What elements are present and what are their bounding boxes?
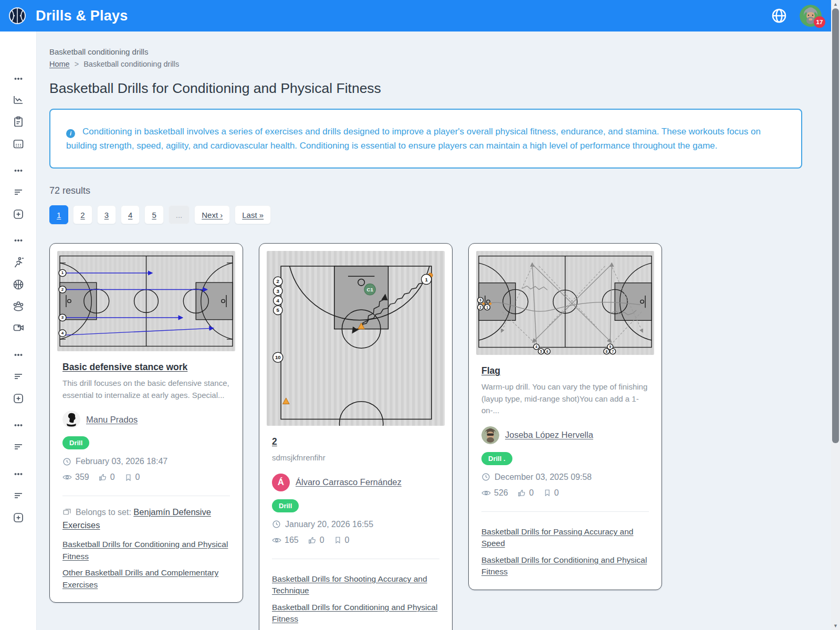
court-diagram-full-court[interactable]: 321456987 bbox=[476, 251, 654, 355]
ellipsis-icon[interactable] bbox=[11, 418, 26, 433]
app-header: Drills & Plays 17 bbox=[0, 0, 831, 32]
user-avatar[interactable]: 17 bbox=[800, 5, 822, 27]
set-icon bbox=[62, 508, 71, 517]
category-link[interactable]: Other Basketball Drills and Complementar… bbox=[62, 567, 230, 591]
drill-description: sdmsjkfnrenfihr bbox=[272, 452, 439, 464]
ellipsis-icon[interactable] bbox=[11, 163, 26, 178]
author-name-link[interactable]: Joseba López Hervella bbox=[505, 430, 593, 440]
svg-text:4: 4 bbox=[277, 298, 280, 303]
page-button-5[interactable]: 5 bbox=[144, 205, 163, 224]
category-link[interactable]: Basketball Drills for Passing Accuracy a… bbox=[481, 526, 649, 550]
scroll-down-arrow[interactable]: ▼ bbox=[831, 622, 840, 630]
breadcrumb-separator: > bbox=[75, 60, 79, 68]
sidebar bbox=[0, 32, 37, 630]
drill-type-badge: Drill . bbox=[481, 452, 512, 465]
line-chart-icon[interactable] bbox=[11, 93, 26, 108]
author-name-link[interactable]: Manu Prados bbox=[86, 415, 138, 425]
bookmarks-count: 0 bbox=[345, 536, 350, 545]
views-icon bbox=[272, 536, 281, 545]
category-link[interactable]: Basketball Drills for Shooting Accuracy … bbox=[272, 573, 439, 597]
author-avatar[interactable]: Á bbox=[272, 474, 290, 491]
main-content: Basketball conditioning drills Home > Ba… bbox=[37, 32, 831, 630]
views-count: 165 bbox=[285, 536, 299, 545]
ellipsis-icon[interactable] bbox=[11, 467, 26, 481]
likes-icon bbox=[518, 489, 526, 497]
basketball-logo-icon[interactable] bbox=[7, 6, 27, 26]
team-icon[interactable] bbox=[11, 299, 26, 313]
list-icon[interactable] bbox=[11, 439, 26, 454]
last-page-button[interactable]: Last » bbox=[235, 205, 271, 224]
info-box: iConditioning in basketball involves a s… bbox=[49, 109, 802, 169]
clock-icon bbox=[62, 457, 71, 466]
drill-title-link[interactable]: 2 bbox=[272, 436, 277, 447]
plus-square-icon[interactable] bbox=[11, 510, 26, 525]
svg-text:2: 2 bbox=[277, 279, 279, 285]
globe-icon[interactable] bbox=[770, 7, 788, 25]
drill-description: Warm-up drill. You can vary the type of … bbox=[481, 381, 649, 417]
likes-icon bbox=[99, 473, 107, 481]
svg-text:3: 3 bbox=[61, 316, 64, 320]
video-camera-icon[interactable] bbox=[11, 320, 26, 335]
drill-type-badge: Drill bbox=[272, 499, 299, 512]
svg-text:3: 3 bbox=[277, 288, 280, 294]
svg-text:10: 10 bbox=[275, 355, 281, 361]
list-icon[interactable] bbox=[11, 185, 26, 200]
drill-type-badge: Drill bbox=[62, 436, 89, 449]
list-icon[interactable] bbox=[11, 488, 26, 503]
breadcrumb-home-link[interactable]: Home bbox=[49, 60, 70, 68]
views-icon bbox=[62, 472, 72, 482]
publish-date: December 03, 2025 09:58 bbox=[495, 472, 592, 482]
drill-title-link[interactable]: Basic defensive stance work bbox=[62, 362, 187, 373]
author-avatar[interactable] bbox=[481, 426, 499, 444]
scroll-up-arrow[interactable]: ▲ bbox=[831, 0, 840, 8]
views-count: 359 bbox=[75, 472, 89, 482]
page-button-4[interactable]: 4 bbox=[121, 205, 140, 224]
vertical-scrollbar[interactable]: ▲ ▼ bbox=[831, 0, 840, 630]
svg-text:5: 5 bbox=[540, 350, 542, 353]
author-avatar[interactable] bbox=[62, 411, 80, 428]
svg-text:1: 1 bbox=[486, 306, 488, 309]
category-link[interactable]: Basketball Drills for Conditioning and P… bbox=[272, 602, 439, 625]
ellipsis-icon[interactable] bbox=[11, 71, 26, 86]
svg-text:6: 6 bbox=[547, 350, 549, 353]
category-link[interactable]: Basketball Drills for Conditioning and P… bbox=[62, 539, 230, 562]
list-icon[interactable] bbox=[11, 369, 26, 384]
running-player-icon[interactable] bbox=[11, 255, 26, 270]
pagination: 1 2 3 4 5 ... Next › Last » bbox=[49, 205, 831, 224]
plus-square-icon[interactable] bbox=[11, 207, 26, 222]
court-diagram-full-court[interactable]: 1234 bbox=[57, 251, 235, 351]
bookmark-icon bbox=[334, 536, 342, 544]
svg-text:8: 8 bbox=[605, 350, 607, 353]
svg-text:4: 4 bbox=[536, 345, 538, 349]
bookmarks-count: 0 bbox=[135, 472, 140, 482]
clipboard-icon[interactable] bbox=[11, 114, 26, 129]
set-label: Belongs to set: bbox=[76, 508, 131, 517]
page-button-3[interactable]: 3 bbox=[97, 205, 116, 224]
ellipsis-icon[interactable] bbox=[11, 348, 26, 362]
svg-text:C1: C1 bbox=[366, 287, 373, 292]
drill-title-link[interactable]: Flag bbox=[481, 365, 500, 376]
svg-text:4: 4 bbox=[61, 331, 64, 336]
next-page-button[interactable]: Next › bbox=[194, 205, 230, 224]
likes-count: 0 bbox=[529, 488, 534, 498]
section-label: Basketball conditioning drills bbox=[49, 47, 831, 56]
author-initial: Á bbox=[278, 477, 284, 488]
plus-square-icon[interactable] bbox=[11, 391, 26, 406]
scrollbar-thumb[interactable] bbox=[832, 8, 839, 443]
basketball-icon[interactable] bbox=[11, 277, 26, 292]
likes-icon bbox=[308, 536, 317, 544]
ellipsis-icon[interactable] bbox=[11, 233, 26, 248]
page-button-1[interactable]: 1 bbox=[49, 205, 68, 224]
author-name-link[interactable]: Álvaro Carrasco Fernández bbox=[296, 477, 402, 487]
page-button-2[interactable]: 2 bbox=[73, 205, 92, 224]
clock-icon bbox=[272, 520, 281, 529]
calendar-icon[interactable] bbox=[11, 136, 26, 151]
category-link[interactable]: Basketball Drills for Conditioning and P… bbox=[481, 554, 649, 578]
info-text: Conditioning in basketball involves a se… bbox=[66, 127, 761, 151]
likes-count: 0 bbox=[320, 536, 324, 545]
page-title: Basketball Drills for Conditioning and P… bbox=[49, 80, 831, 97]
court-diagram-half-court[interactable]: 2345101C1 bbox=[267, 251, 445, 426]
app-title: Drills & Plays bbox=[36, 8, 128, 24]
clock-icon bbox=[481, 472, 490, 481]
drill-card: 321456987 Flag Warm-up drill. You can va… bbox=[468, 243, 662, 590]
